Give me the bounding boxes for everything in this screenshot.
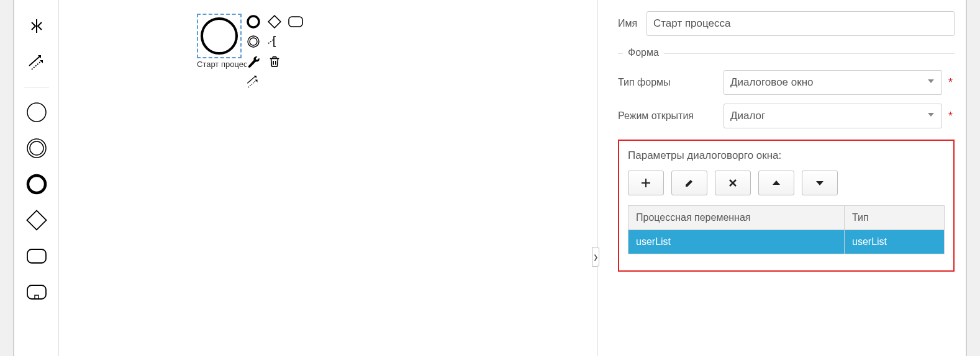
svg-marker-25 <box>773 180 780 185</box>
panel-collapse-handle[interactable]: ❯ <box>592 247 599 267</box>
open-mode-value: Диалог <box>730 110 765 122</box>
app-container: Старт процес <box>14 0 966 356</box>
table-header-type: Тип <box>845 206 944 229</box>
ctx-diamond-icon[interactable] <box>266 14 283 30</box>
form-type-select[interactable]: Диалоговое окно <box>724 70 942 95</box>
svg-rect-12 <box>268 16 281 28</box>
svg-point-11 <box>248 16 259 27</box>
toolbox-panel <box>14 0 59 356</box>
table-header-variable: Процессная переменная <box>628 206 845 229</box>
svg-marker-22 <box>255 80 257 82</box>
open-mode-select[interactable]: Диалог <box>724 104 942 128</box>
tool-circle-thin[interactable] <box>25 101 48 123</box>
svg-rect-7 <box>27 210 46 229</box>
svg-point-3 <box>27 103 46 122</box>
ctx-rounded-rect-icon[interactable] <box>288 14 304 30</box>
svg-marker-26 <box>816 181 823 185</box>
dialog-params-box: Параметры диалоговорго окна: <box>618 140 955 272</box>
cell-type: userList <box>845 230 944 254</box>
canvas-node-label: Старт процес <box>197 60 247 69</box>
tool-collapse[interactable] <box>25 15 48 37</box>
edit-button[interactable] <box>671 171 707 195</box>
name-input[interactable] <box>647 11 955 36</box>
svg-line-19 <box>247 76 255 83</box>
form-type-value: Диалоговое окно <box>730 76 814 89</box>
ctx-connectors-icon[interactable] <box>245 73 261 89</box>
ctx-annotation-icon[interactable] <box>266 33 283 50</box>
move-down-button[interactable] <box>802 171 838 195</box>
cell-variable: userList <box>628 230 845 254</box>
start-event-shape[interactable] <box>197 14 242 58</box>
ctx-wrench-icon[interactable] <box>245 53 261 69</box>
svg-line-1 <box>29 56 40 66</box>
svg-point-15 <box>250 38 257 45</box>
move-up-button[interactable] <box>758 171 794 195</box>
chevron-down-icon <box>927 76 935 89</box>
svg-rect-9 <box>27 285 46 299</box>
svg-rect-13 <box>289 17 302 27</box>
tool-circle-bold[interactable] <box>25 173 48 195</box>
svg-marker-24 <box>928 113 934 117</box>
open-mode-label: Режим открытия <box>618 110 721 122</box>
tool-subprocess[interactable] <box>25 281 48 303</box>
required-mark: * <box>948 76 955 89</box>
canvas[interactable]: Старт процес <box>59 0 597 356</box>
delete-button[interactable] <box>715 171 751 195</box>
svg-point-5 <box>30 141 43 155</box>
form-type-label: Тип формы <box>618 77 721 88</box>
context-tools <box>245 14 304 89</box>
svg-point-6 <box>28 176 45 193</box>
params-toolbar <box>628 171 945 195</box>
params-table: Процессная переменная Тип userList userL… <box>628 205 945 254</box>
add-button[interactable] <box>628 171 664 195</box>
name-label: Имя <box>618 18 644 29</box>
required-mark: * <box>948 110 955 123</box>
form-legend: Форма <box>623 47 664 58</box>
svg-line-16 <box>268 40 273 43</box>
tool-connectors[interactable] <box>25 51 48 73</box>
ctx-circle-bold-icon[interactable] <box>245 14 261 30</box>
toolbox-separator <box>24 87 49 87</box>
chevron-down-icon <box>927 110 935 122</box>
form-fieldset: Форма Тип формы Диалоговое окно * Режим … <box>618 53 955 272</box>
table-row[interactable]: userList userList <box>628 230 944 254</box>
ctx-trash-icon[interactable] <box>266 53 283 69</box>
properties-panel: ❯ Имя Форма Тип формы Диалоговое окно * … <box>597 0 966 356</box>
params-title: Параметры диалоговорго окна: <box>628 149 945 162</box>
svg-rect-8 <box>27 249 46 263</box>
tool-diamond[interactable] <box>25 209 48 231</box>
canvas-node-start[interactable]: Старт процес <box>197 14 247 69</box>
ctx-circle-double-icon[interactable] <box>245 33 261 50</box>
tool-circle-double[interactable] <box>25 137 48 159</box>
svg-marker-23 <box>928 79 934 83</box>
tool-rounded-rect[interactable] <box>25 245 48 267</box>
